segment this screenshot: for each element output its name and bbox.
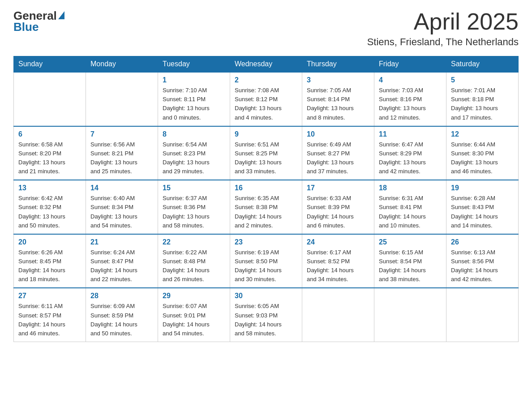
day-info: Sunrise: 6:58 AM Sunset: 8:20 PM Dayligh… bbox=[18, 140, 81, 176]
day-info: Sunrise: 6:47 AM Sunset: 8:29 PM Dayligh… bbox=[379, 140, 442, 176]
day-number: 5 bbox=[451, 76, 514, 84]
day-info: Sunrise: 6:31 AM Sunset: 8:41 PM Dayligh… bbox=[379, 194, 442, 230]
day-number: 27 bbox=[18, 292, 81, 300]
calendar-header-wednesday: Wednesday bbox=[230, 56, 302, 73]
calendar-cell: 5Sunrise: 7:01 AM Sunset: 8:18 PM Daylig… bbox=[446, 72, 519, 126]
calendar-cell: 4Sunrise: 7:03 AM Sunset: 8:16 PM Daylig… bbox=[374, 72, 446, 126]
day-number: 7 bbox=[90, 130, 153, 138]
day-info: Sunrise: 6:54 AM Sunset: 8:23 PM Dayligh… bbox=[163, 140, 225, 176]
calendar-cell bbox=[86, 72, 158, 126]
day-number: 25 bbox=[379, 238, 442, 246]
calendar-cell: 12Sunrise: 6:44 AM Sunset: 8:30 PM Dayli… bbox=[446, 126, 519, 180]
calendar-cell: 27Sunrise: 6:11 AM Sunset: 8:57 PM Dayli… bbox=[14, 288, 86, 342]
logo-triangle-icon bbox=[58, 11, 64, 19]
day-number: 26 bbox=[451, 238, 514, 246]
day-info: Sunrise: 7:08 AM Sunset: 8:12 PM Dayligh… bbox=[235, 86, 297, 122]
calendar-header-thursday: Thursday bbox=[302, 56, 374, 73]
calendar-cell: 10Sunrise: 6:49 AM Sunset: 8:27 PM Dayli… bbox=[302, 126, 374, 180]
day-number: 20 bbox=[18, 238, 81, 246]
day-info: Sunrise: 6:24 AM Sunset: 8:47 PM Dayligh… bbox=[90, 248, 153, 284]
day-number: 15 bbox=[163, 184, 225, 192]
calendar-week-row: 27Sunrise: 6:11 AM Sunset: 8:57 PM Dayli… bbox=[14, 288, 519, 342]
calendar-table: SundayMondayTuesdayWednesdayThursdayFrid… bbox=[13, 56, 519, 342]
logo: General Blue bbox=[13, 9, 64, 34]
calendar-cell: 20Sunrise: 6:26 AM Sunset: 8:45 PM Dayli… bbox=[14, 234, 86, 288]
calendar-cell: 26Sunrise: 6:13 AM Sunset: 8:56 PM Dayli… bbox=[446, 234, 519, 288]
day-info: Sunrise: 6:35 AM Sunset: 8:38 PM Dayligh… bbox=[235, 194, 297, 230]
day-info: Sunrise: 6:49 AM Sunset: 8:27 PM Dayligh… bbox=[307, 140, 369, 176]
calendar-cell: 18Sunrise: 6:31 AM Sunset: 8:41 PM Dayli… bbox=[374, 180, 446, 234]
calendar-cell: 2Sunrise: 7:08 AM Sunset: 8:12 PM Daylig… bbox=[230, 72, 302, 126]
day-number: 13 bbox=[18, 184, 81, 192]
calendar-header-saturday: Saturday bbox=[446, 56, 519, 73]
day-info: Sunrise: 6:40 AM Sunset: 8:34 PM Dayligh… bbox=[90, 194, 153, 230]
calendar-cell bbox=[14, 72, 86, 126]
calendar-cell: 17Sunrise: 6:33 AM Sunset: 8:39 PM Dayli… bbox=[302, 180, 374, 234]
calendar-cell: 24Sunrise: 6:17 AM Sunset: 8:52 PM Dayli… bbox=[302, 234, 374, 288]
day-info: Sunrise: 6:17 AM Sunset: 8:52 PM Dayligh… bbox=[307, 248, 369, 284]
day-info: Sunrise: 7:05 AM Sunset: 8:14 PM Dayligh… bbox=[307, 86, 369, 122]
day-info: Sunrise: 6:11 AM Sunset: 8:57 PM Dayligh… bbox=[18, 302, 81, 338]
calendar-header-monday: Monday bbox=[86, 56, 158, 73]
day-number: 30 bbox=[235, 292, 297, 300]
calendar-cell: 30Sunrise: 6:05 AM Sunset: 9:03 PM Dayli… bbox=[230, 288, 302, 342]
calendar-cell bbox=[302, 288, 374, 342]
day-number: 23 bbox=[235, 238, 297, 246]
calendar-cell: 22Sunrise: 6:22 AM Sunset: 8:48 PM Dayli… bbox=[158, 234, 230, 288]
day-number: 18 bbox=[379, 184, 442, 192]
calendar-week-row: 1Sunrise: 7:10 AM Sunset: 8:11 PM Daylig… bbox=[14, 72, 519, 126]
calendar-cell: 3Sunrise: 7:05 AM Sunset: 8:14 PM Daylig… bbox=[302, 72, 374, 126]
calendar-cell: 9Sunrise: 6:51 AM Sunset: 8:25 PM Daylig… bbox=[230, 126, 302, 180]
day-info: Sunrise: 6:13 AM Sunset: 8:56 PM Dayligh… bbox=[451, 248, 514, 284]
day-number: 16 bbox=[235, 184, 297, 192]
page-header: General Blue April 2025 Stiens, Frieslan… bbox=[13, 9, 519, 48]
day-info: Sunrise: 7:03 AM Sunset: 8:16 PM Dayligh… bbox=[379, 86, 442, 122]
calendar-cell: 1Sunrise: 7:10 AM Sunset: 8:11 PM Daylig… bbox=[158, 72, 230, 126]
calendar-week-row: 20Sunrise: 6:26 AM Sunset: 8:45 PM Dayli… bbox=[14, 234, 519, 288]
calendar-cell: 25Sunrise: 6:15 AM Sunset: 8:54 PM Dayli… bbox=[374, 234, 446, 288]
calendar-cell: 16Sunrise: 6:35 AM Sunset: 8:38 PM Dayli… bbox=[230, 180, 302, 234]
day-number: 24 bbox=[307, 238, 369, 246]
day-number: 14 bbox=[90, 184, 153, 192]
day-number: 3 bbox=[307, 76, 369, 84]
calendar-cell: 19Sunrise: 6:28 AM Sunset: 8:43 PM Dayli… bbox=[446, 180, 519, 234]
day-number: 9 bbox=[235, 130, 297, 138]
day-number: 1 bbox=[163, 76, 225, 84]
day-info: Sunrise: 6:05 AM Sunset: 9:03 PM Dayligh… bbox=[235, 302, 297, 338]
day-number: 19 bbox=[451, 184, 514, 192]
calendar-cell: 6Sunrise: 6:58 AM Sunset: 8:20 PM Daylig… bbox=[14, 126, 86, 180]
day-info: Sunrise: 7:10 AM Sunset: 8:11 PM Dayligh… bbox=[163, 86, 225, 122]
calendar-cell: 15Sunrise: 6:37 AM Sunset: 8:36 PM Dayli… bbox=[158, 180, 230, 234]
calendar-cell bbox=[374, 288, 446, 342]
day-number: 11 bbox=[379, 130, 442, 138]
main-title: April 2025 bbox=[367, 9, 519, 34]
calendar-week-row: 13Sunrise: 6:42 AM Sunset: 8:32 PM Dayli… bbox=[14, 180, 519, 234]
day-info: Sunrise: 6:37 AM Sunset: 8:36 PM Dayligh… bbox=[163, 194, 225, 230]
day-info: Sunrise: 6:15 AM Sunset: 8:54 PM Dayligh… bbox=[379, 248, 442, 284]
day-info: Sunrise: 6:44 AM Sunset: 8:30 PM Dayligh… bbox=[451, 140, 514, 176]
day-info: Sunrise: 6:56 AM Sunset: 8:21 PM Dayligh… bbox=[90, 140, 153, 176]
calendar-cell: 23Sunrise: 6:19 AM Sunset: 8:50 PM Dayli… bbox=[230, 234, 302, 288]
calendar-cell: 8Sunrise: 6:54 AM Sunset: 8:23 PM Daylig… bbox=[158, 126, 230, 180]
day-number: 10 bbox=[307, 130, 369, 138]
day-number: 4 bbox=[379, 76, 442, 84]
calendar-week-row: 6Sunrise: 6:58 AM Sunset: 8:20 PM Daylig… bbox=[14, 126, 519, 180]
day-number: 8 bbox=[163, 130, 225, 138]
day-number: 6 bbox=[18, 130, 81, 138]
subtitle: Stiens, Friesland, The Netherlands bbox=[367, 36, 519, 48]
day-info: Sunrise: 6:28 AM Sunset: 8:43 PM Dayligh… bbox=[451, 194, 514, 230]
day-number: 22 bbox=[163, 238, 225, 246]
day-number: 12 bbox=[451, 130, 514, 138]
day-info: Sunrise: 6:22 AM Sunset: 8:48 PM Dayligh… bbox=[163, 248, 225, 284]
calendar-header-tuesday: Tuesday bbox=[158, 56, 230, 73]
day-number: 28 bbox=[90, 292, 153, 300]
calendar-header-sunday: Sunday bbox=[14, 56, 86, 73]
day-number: 17 bbox=[307, 184, 369, 192]
day-info: Sunrise: 6:19 AM Sunset: 8:50 PM Dayligh… bbox=[235, 248, 297, 284]
calendar-cell: 14Sunrise: 6:40 AM Sunset: 8:34 PM Dayli… bbox=[86, 180, 158, 234]
calendar-cell: 21Sunrise: 6:24 AM Sunset: 8:47 PM Dayli… bbox=[86, 234, 158, 288]
calendar-header-friday: Friday bbox=[374, 56, 446, 73]
day-number: 2 bbox=[235, 76, 297, 84]
day-info: Sunrise: 6:26 AM Sunset: 8:45 PM Dayligh… bbox=[18, 248, 81, 284]
day-info: Sunrise: 6:09 AM Sunset: 8:59 PM Dayligh… bbox=[90, 302, 153, 338]
